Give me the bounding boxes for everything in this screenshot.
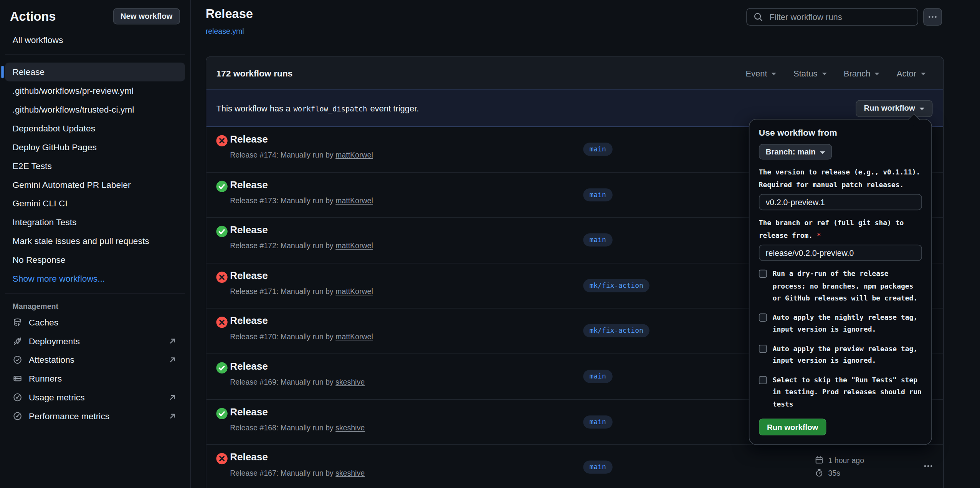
run-actor-link[interactable]: skeshive bbox=[335, 469, 365, 478]
filter-actor[interactable]: Actor bbox=[897, 68, 926, 78]
filter-branch[interactable]: Branch bbox=[844, 68, 880, 78]
cache-icon bbox=[13, 317, 23, 327]
run-actor-link[interactable]: skeshive bbox=[335, 378, 365, 387]
run-branch-pill[interactable]: mk/fix-action bbox=[583, 324, 649, 337]
sidebar-item-caches[interactable]: Caches bbox=[5, 313, 185, 332]
run-title-link[interactable]: Release bbox=[230, 270, 268, 281]
checkbox-label: Select to skip the "Run Tests" step in t… bbox=[773, 374, 922, 410]
checkbox[interactable] bbox=[759, 376, 767, 384]
run-branch-pill[interactable]: main bbox=[583, 370, 612, 383]
run-branch-pill[interactable]: main bbox=[583, 415, 612, 428]
sidebar-item-usage-metrics[interactable]: Usage metrics bbox=[5, 388, 185, 407]
run-branch-pill[interactable]: mk/fix-action bbox=[583, 279, 649, 292]
run-status-icon bbox=[216, 135, 227, 146]
branch-selector-button[interactable]: Branch: main bbox=[759, 144, 832, 160]
run-actor-link[interactable]: skeshive bbox=[335, 423, 365, 432]
main-content: Release release.yml 172 workflow runs Ev… bbox=[191, 0, 980, 488]
run-branch-pill[interactable]: main bbox=[583, 143, 612, 156]
popup-checkbox-group: Run a dry-run of the release process; no… bbox=[759, 268, 922, 410]
workflow-dispatch-code: workflow_dispatch bbox=[294, 104, 367, 113]
run-status-icon bbox=[216, 181, 227, 192]
sidebar-item-performance-metrics[interactable]: Performance metrics bbox=[5, 407, 185, 425]
popup-checkbox-row: Auto apply the preview release tag, inpu… bbox=[759, 343, 922, 367]
sidebar-item-dependabot-updates[interactable]: Dependabot Updates bbox=[5, 119, 185, 138]
sidebar-item-gemini-cli-ci[interactable]: Gemini CLI CI bbox=[5, 194, 185, 213]
checkbox[interactable] bbox=[759, 313, 767, 321]
external-link-icon bbox=[167, 336, 177, 346]
version-input[interactable] bbox=[759, 194, 922, 210]
run-description: Release #172: Manually run by mattKorwel bbox=[230, 242, 373, 251]
sidebar-item-integration-tests[interactable]: Integration Tests bbox=[5, 213, 185, 232]
sidebar-item-release[interactable]: Release bbox=[5, 63, 185, 81]
run-actor-link[interactable]: mattKorwel bbox=[335, 151, 373, 159]
run-actor-link[interactable]: mattKorwel bbox=[335, 332, 373, 341]
rocket-icon bbox=[13, 336, 23, 346]
run-workflow-submit-button[interactable]: Run workflow bbox=[759, 418, 826, 435]
sidebar-item-deploy-github-pages[interactable]: Deploy GitHub Pages bbox=[5, 138, 185, 156]
sidebar-item-deployments[interactable]: Deployments bbox=[5, 332, 185, 350]
run-kebab-button[interactable] bbox=[923, 461, 938, 471]
checkbox[interactable] bbox=[759, 270, 767, 278]
run-title-link[interactable]: Release bbox=[230, 361, 268, 372]
run-branch-pill[interactable]: main bbox=[583, 188, 612, 201]
run-workflow-dropdown-button[interactable]: Run workflow bbox=[856, 100, 932, 117]
sidebar-item-runners[interactable]: Runners bbox=[5, 369, 185, 388]
ref-field-description: The branch or ref (full git sha) to rele… bbox=[759, 217, 922, 242]
sidebar-item-attestations[interactable]: Attestations bbox=[5, 350, 185, 369]
run-title-link[interactable]: Release bbox=[230, 179, 268, 191]
filter-status[interactable]: Status bbox=[793, 68, 827, 78]
run-status-icon bbox=[216, 362, 227, 373]
run-actor-link[interactable]: mattKorwel bbox=[335, 242, 373, 251]
run-actor-link[interactable]: mattKorwel bbox=[335, 196, 373, 205]
search-icon bbox=[753, 12, 763, 22]
management-list: Caches Deployments Attestations Runners … bbox=[0, 313, 190, 425]
sidebar-item-github-workflows-trusted-ci-yml[interactable]: .github/workflows/trusted-ci.yml bbox=[5, 100, 185, 119]
run-branch-pill[interactable]: main bbox=[583, 234, 612, 247]
sidebar-item-gemini-automated-pr-labeler[interactable]: Gemini Automated PR Labeler bbox=[5, 175, 185, 194]
actions-page: Actions New workflow All workflows Relea… bbox=[0, 0, 980, 488]
run-branch-pill[interactable]: main bbox=[583, 461, 612, 474]
sidebar-item-all-workflows[interactable]: All workflows bbox=[5, 31, 185, 49]
workflow-file-link[interactable]: release.yml bbox=[206, 27, 244, 36]
run-actor-link[interactable]: mattKorwel bbox=[335, 287, 373, 296]
workflow-run-row[interactable]: Release Release #167: Manually run by sk… bbox=[206, 445, 943, 488]
run-title-link[interactable]: Release bbox=[230, 407, 268, 418]
run-meta: 1 hour ago 35s bbox=[815, 456, 864, 478]
run-description: Release #174: Manually run by mattKorwel bbox=[230, 151, 373, 159]
popup-title: Use workflow from bbox=[759, 128, 922, 138]
checkbox-label: Auto apply the preview release tag, inpu… bbox=[773, 343, 922, 367]
ref-input[interactable] bbox=[759, 245, 922, 261]
chevron-down-icon bbox=[921, 73, 926, 75]
verified-icon bbox=[13, 355, 23, 365]
run-title-link[interactable]: Release bbox=[230, 315, 268, 327]
show-more-workflows-link[interactable]: Show more workflows... bbox=[5, 269, 185, 288]
external-link-icon bbox=[167, 392, 177, 402]
chevron-down-icon bbox=[919, 108, 924, 110]
checkbox-label: Run a dry-run of the release process; no… bbox=[773, 268, 922, 304]
server-icon bbox=[13, 373, 23, 383]
external-link-icon bbox=[167, 355, 177, 365]
run-status-icon bbox=[216, 226, 227, 237]
workflow-options-kebab-button[interactable] bbox=[923, 8, 942, 26]
run-title-link[interactable]: Release bbox=[230, 225, 268, 236]
filter-workflow-runs-input[interactable] bbox=[768, 12, 911, 22]
stopwatch-icon bbox=[815, 468, 824, 477]
run-title-link[interactable]: Release bbox=[230, 134, 268, 145]
run-description: Release #171: Manually run by mattKorwel bbox=[230, 287, 373, 296]
sidebar-item-github-workflows-pr-review-yml[interactable]: .github/workflows/pr-review.yml bbox=[5, 81, 185, 100]
popup-checkbox-row: Run a dry-run of the release process; no… bbox=[759, 268, 922, 304]
kebab-icon bbox=[927, 12, 937, 22]
sidebar-item-e2e-tests[interactable]: E2E Tests bbox=[5, 156, 185, 175]
run-description: Release #168: Manually run by skeshive bbox=[230, 423, 365, 432]
filter-event[interactable]: Event bbox=[745, 68, 777, 78]
checkbox[interactable] bbox=[759, 344, 767, 352]
runs-count: 172 workflow runs bbox=[216, 68, 293, 78]
sidebar-item-mark-stale-issues-and-pull-requests[interactable]: Mark stale issues and pull requests bbox=[5, 231, 185, 250]
new-workflow-button[interactable]: New workflow bbox=[113, 8, 180, 24]
sidebar-item-no-response[interactable]: No Response bbox=[5, 250, 185, 269]
actions-sidebar: Actions New workflow All workflows Relea… bbox=[0, 0, 191, 488]
chevron-down-icon bbox=[875, 73, 880, 75]
run-description: Release #170: Manually run by mattKorwel bbox=[230, 332, 373, 341]
run-title-link[interactable]: Release bbox=[230, 452, 268, 463]
run-description: Release #173: Manually run by mattKorwel bbox=[230, 196, 373, 205]
